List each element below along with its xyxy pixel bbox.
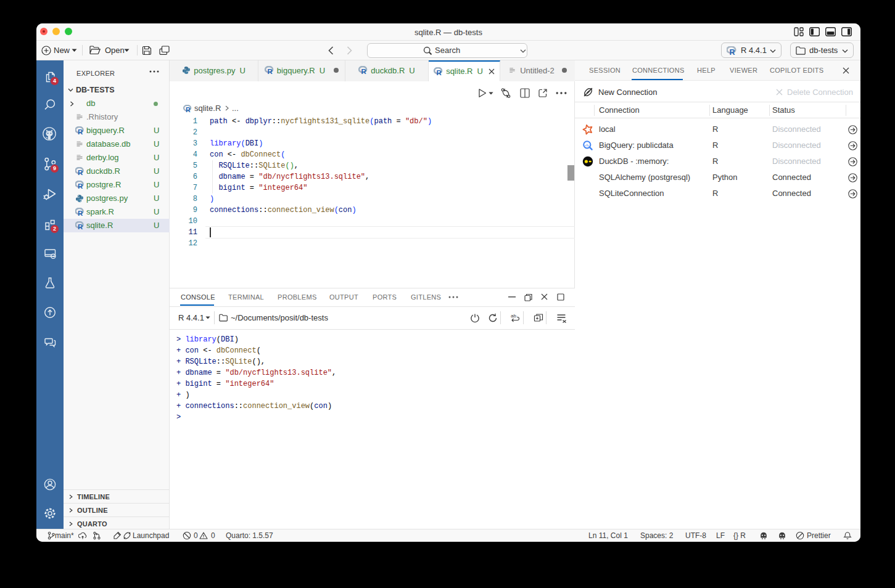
svg-text:R: R bbox=[437, 69, 442, 76]
svg-text:R: R bbox=[186, 106, 191, 113]
svg-text:R: R bbox=[78, 128, 83, 135]
svg-text:R: R bbox=[78, 223, 83, 230]
svg-text:ab: ab bbox=[511, 313, 516, 319]
svg-text:R: R bbox=[267, 68, 273, 75]
svg-text:R: R bbox=[78, 210, 83, 216]
svg-text:R: R bbox=[78, 182, 83, 189]
svg-text:R: R bbox=[78, 169, 83, 176]
svg-text:R: R bbox=[729, 48, 735, 55]
svg-text:R: R bbox=[361, 68, 367, 75]
